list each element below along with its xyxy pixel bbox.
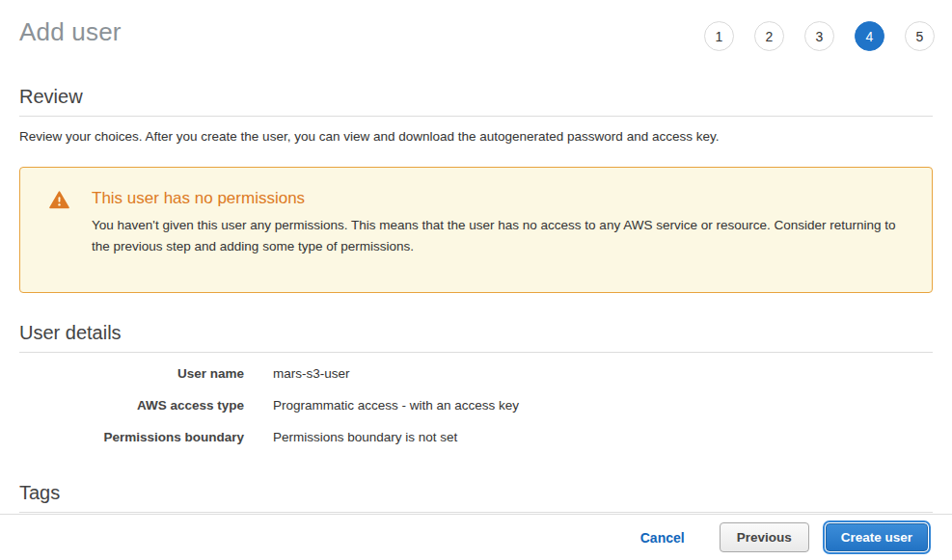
step-5-number: 5	[916, 29, 924, 44]
create-user-button[interactable]: Create user	[826, 523, 928, 551]
step-3-number: 3	[816, 29, 824, 44]
review-section: Review	[19, 86, 933, 117]
user-details-rows: User name mars-s3-user AWS access type P…	[19, 366, 933, 445]
tags-heading: Tags	[19, 482, 933, 513]
wizard-footer: Cancel Previous Create user	[0, 514, 952, 560]
step-2-number: 2	[766, 29, 774, 44]
detail-value: Programmatic access - with an access key	[273, 398, 519, 413]
create-user-button-focus-ring: Create user	[823, 520, 931, 554]
detail-row-user-name: User name mars-s3-user	[19, 366, 933, 382]
warning-triangle-icon	[49, 189, 69, 257]
review-heading: Review	[19, 86, 933, 117]
warning-body: You haven't given this user any permissi…	[92, 215, 903, 257]
step-5: 5	[905, 21, 935, 51]
review-description-wrap: Review your choices. After you create th…	[19, 128, 933, 146]
user-details-section: User details User name mars-s3-user AWS …	[19, 322, 933, 445]
detail-label: User name	[19, 366, 244, 382]
detail-value: Permissions boundary is not set	[273, 430, 457, 445]
cancel-link[interactable]: Cancel	[640, 530, 685, 546]
detail-row-permissions-boundary: Permissions boundary Permissions boundar…	[19, 430, 933, 445]
step-2: 2	[754, 21, 784, 51]
detail-label: Permissions boundary	[19, 430, 244, 445]
step-indicator: 1 2 3 4 5	[704, 15, 935, 51]
detail-value: mars-s3-user	[273, 366, 350, 382]
step-4-number: 4	[866, 29, 874, 44]
warning-content: This user has no permissions You haven't…	[92, 189, 903, 257]
previous-button[interactable]: Previous	[720, 522, 809, 552]
add-user-wizard-page: Add user 1 2 3 4 5 Review Review your ch…	[0, 0, 952, 560]
detail-row-access-type: AWS access type Programmatic access - wi…	[19, 398, 933, 413]
step-1-number: 1	[716, 29, 723, 44]
page-title: Add user	[19, 15, 122, 47]
step-4: 4	[855, 21, 884, 51]
no-permissions-warning: This user has no permissions You haven't…	[19, 167, 933, 293]
wizard-header: Add user 1 2 3 4 5	[0, 0, 952, 51]
user-details-heading: User details	[19, 322, 933, 353]
detail-label: AWS access type	[19, 398, 244, 413]
review-description: Review your choices. After you create th…	[19, 128, 933, 146]
warning-title: This user has no permissions	[92, 189, 903, 208]
step-1: 1	[704, 21, 734, 51]
step-3: 3	[804, 21, 834, 51]
